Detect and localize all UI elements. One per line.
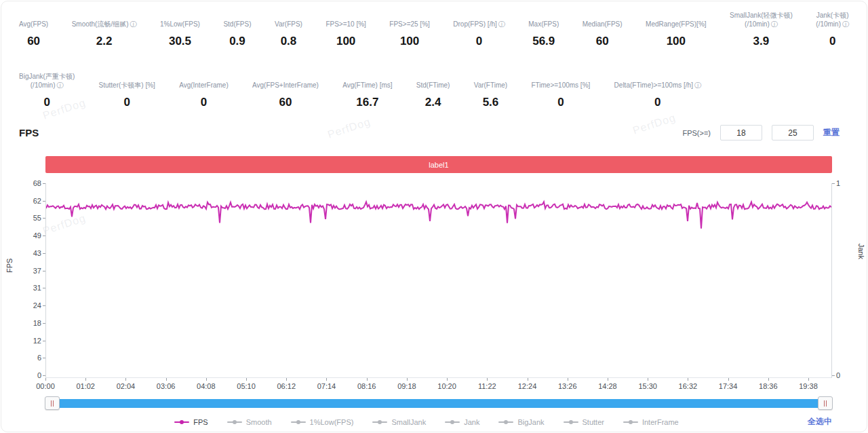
metric-label-text: FPS>=10 [%] bbox=[326, 20, 366, 29]
fps-threshold-input-low[interactable] bbox=[720, 125, 762, 140]
info-icon[interactable]: ⓘ bbox=[56, 81, 63, 90]
metric-label: Delta(FTime)>=100ms [/h]ⓘ bbox=[614, 68, 701, 90]
x-tick-mark bbox=[367, 378, 368, 381]
metric-label: Smooth(流畅/细腻)ⓘ bbox=[72, 7, 137, 29]
metric-label: Var(FTime) bbox=[474, 68, 507, 90]
x-tick-label: 00:00 bbox=[31, 382, 60, 390]
y-tick-label: 68 bbox=[18, 179, 41, 187]
metric-label-text: Stutter(卡顿率) [%] bbox=[99, 81, 155, 90]
legend-marker-icon bbox=[445, 421, 460, 423]
x-tick-mark bbox=[125, 378, 126, 381]
fps-threshold-input-high[interactable] bbox=[772, 125, 814, 140]
legend-item-fps[interactable]: FPS bbox=[174, 418, 208, 426]
metric-label-text: Var(FPS) bbox=[275, 20, 302, 29]
metric-label: FTime>=100ms [%] bbox=[531, 68, 590, 90]
metric-value: 60 bbox=[279, 96, 292, 109]
legend-item-label: InterFrame bbox=[642, 418, 679, 426]
y-tick-label: 6 bbox=[18, 354, 41, 362]
metric-label-text: BigJank(严重卡顿) bbox=[19, 72, 75, 81]
info-icon[interactable]: ⓘ bbox=[498, 20, 505, 29]
scrollbar-right-handle[interactable] bbox=[818, 396, 833, 410]
metric-r1-1: Smooth(流畅/细腻)ⓘ2.2 bbox=[72, 7, 137, 48]
x-tick-label: 11:22 bbox=[472, 382, 502, 390]
metric-r1-11: SmallJank(轻微卡顿)(/10min)ⓘ3.9 bbox=[730, 7, 793, 48]
legend-item-jank[interactable]: Jank bbox=[445, 418, 479, 426]
legend-marker-icon bbox=[174, 421, 189, 423]
legend-item-1-low-fps-[interactable]: 1%Low(FPS) bbox=[291, 418, 354, 426]
metric-label: Std(FTime) bbox=[416, 68, 450, 90]
metric-r2-2: Avg(InterFrame)0 bbox=[179, 68, 229, 109]
x-tick-mark bbox=[648, 378, 648, 381]
x-tick-label: 09:18 bbox=[392, 382, 422, 390]
metric-r2-7: FTime>=100ms [%]0 bbox=[531, 68, 590, 109]
fps-threshold-label: FPS(>=) bbox=[682, 129, 711, 137]
metric-r2-1: Stutter(卡顿率) [%]0 bbox=[99, 68, 155, 109]
x-tick-label: 01:02 bbox=[71, 382, 100, 390]
y-tick-label: 24 bbox=[18, 301, 41, 309]
metric-value: 5.6 bbox=[483, 96, 499, 109]
info-icon[interactable]: ⓘ bbox=[771, 20, 778, 29]
y-axis-title-jank: Jank bbox=[857, 244, 865, 259]
metric-label: MedRange(FPS)[%] bbox=[646, 7, 706, 29]
select-all-link[interactable]: 全选中 bbox=[808, 416, 832, 428]
legend-item-smalljank[interactable]: SmallJank bbox=[372, 418, 426, 426]
y2-tick-mark bbox=[832, 183, 835, 184]
metric-r2-0: BigJank(严重卡顿)(/10min)ⓘ0 bbox=[19, 68, 75, 109]
info-icon[interactable]: ⓘ bbox=[130, 20, 137, 29]
y-tick-label: 49 bbox=[18, 231, 41, 240]
metric-value: 0 bbox=[476, 35, 482, 48]
info-icon[interactable]: ⓘ bbox=[842, 20, 849, 29]
metric-label-text: FPS>=25 [%] bbox=[389, 20, 429, 29]
scrollbar-left-handle[interactable] bbox=[45, 396, 60, 410]
x-tick-mark bbox=[487, 378, 488, 381]
y-tick-label: 12 bbox=[18, 337, 41, 345]
info-icon[interactable]: ⓘ bbox=[694, 81, 701, 90]
x-tick-mark bbox=[688, 378, 688, 381]
metric-label-text: Var(FTime) bbox=[474, 81, 507, 90]
legend-item-label: FPS bbox=[193, 418, 208, 426]
metric-value: 0 bbox=[654, 96, 660, 109]
metric-r2-4: Avg(FTime) [ms]16.7 bbox=[342, 68, 392, 109]
scrollbar-range-bar[interactable] bbox=[45, 399, 832, 408]
metric-value: 30.5 bbox=[169, 35, 191, 48]
x-tick-mark bbox=[728, 378, 729, 381]
metric-label-text: Avg(InterFrame) bbox=[179, 81, 229, 90]
legend-item-label: Jank bbox=[464, 418, 479, 426]
x-tick-mark bbox=[447, 378, 448, 381]
x-tick-label: 15:30 bbox=[633, 382, 663, 390]
metric-value: 100 bbox=[400, 35, 419, 48]
legend-item-smooth[interactable]: Smooth bbox=[227, 418, 272, 426]
legend-item-label: Stutter bbox=[583, 418, 604, 426]
metric-label-text: Avg(FTime) [ms] bbox=[342, 81, 392, 90]
fps-section-title: FPS bbox=[19, 127, 39, 138]
legend-marker-icon bbox=[623, 421, 638, 423]
x-tick-label: 04:08 bbox=[191, 382, 221, 390]
metric-r2-8: Delta(FTime)>=100ms [/h]ⓘ0 bbox=[614, 68, 701, 109]
x-tick-mark bbox=[286, 378, 287, 381]
metric-r2-3: Avg(FPS+InterFrame)60 bbox=[252, 68, 319, 109]
metric-label-text: SmallJank(轻微卡顿) bbox=[730, 11, 793, 20]
metric-r1-12: Jank(卡顿)(/10min)ⓘ0 bbox=[816, 7, 849, 48]
banner-label: label1 bbox=[429, 161, 448, 169]
y2-tick-mark bbox=[832, 375, 835, 376]
metric-value: 100 bbox=[336, 35, 355, 48]
fps-chart-plot[interactable] bbox=[45, 183, 832, 378]
perfdog-report-card: PerfDogPerfDogPerfDogPerfDog Avg(FPS)60S… bbox=[1, 1, 867, 432]
metric-label-text: Jank(卡顿) bbox=[816, 11, 849, 20]
legend-item-interframe[interactable]: InterFrame bbox=[623, 418, 679, 426]
metric-r1-10: MedRange(FPS)[%]100 bbox=[646, 7, 706, 48]
metric-value: 56.9 bbox=[532, 35, 555, 48]
chart-series-banner: label1 bbox=[45, 156, 832, 173]
metric-label: Avg(InterFrame) bbox=[179, 68, 229, 90]
metrics-row-1: Avg(FPS)60Smooth(流畅/细腻)ⓘ2.21%Low(FPS)30.… bbox=[19, 7, 849, 48]
legend-item-stutter[interactable]: Stutter bbox=[564, 418, 604, 426]
legend-item-bigjank[interactable]: BigJank bbox=[498, 418, 544, 426]
y-axis-title-fps: FPS bbox=[5, 259, 14, 273]
reset-link[interactable]: 重置 bbox=[823, 127, 840, 138]
y2-tick-label: 1 bbox=[836, 179, 859, 187]
metric-r1-9: Median(FPS)60 bbox=[583, 7, 623, 48]
x-tick-label: 05:10 bbox=[231, 382, 261, 390]
metric-value: 0 bbox=[201, 96, 207, 109]
x-tick-label: 07:14 bbox=[311, 382, 341, 390]
x-tick-mark bbox=[407, 378, 408, 381]
